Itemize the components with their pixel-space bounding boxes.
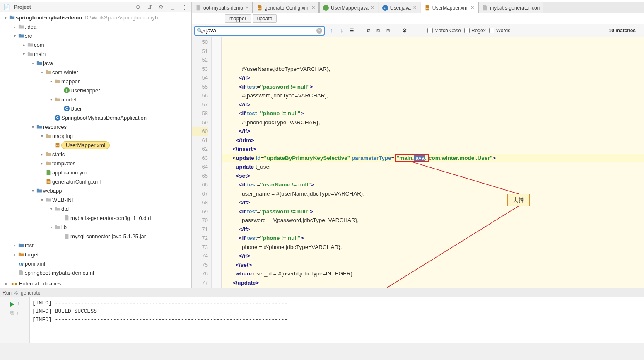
tree-node[interactable]: ▸static bbox=[0, 150, 191, 159]
stop-icon[interactable]: ⎘ bbox=[10, 309, 14, 316]
editor-tab[interactable]: xmlUserMapper.xml✕ bbox=[421, 2, 478, 13]
project-tree[interactable]: ▾springboot-mybatis-demoD:\WorkSpace\spr… bbox=[0, 12, 191, 279]
project-icon: 📄 bbox=[3, 4, 10, 10]
crumb-update[interactable]: update bbox=[253, 14, 277, 23]
tree-node[interactable]: ▾model bbox=[0, 95, 191, 104]
search-input-wrap: 🔍▾ ✕ bbox=[194, 26, 325, 36]
annotation-callout: 去掉 bbox=[507, 194, 530, 206]
select-occurrences-icon[interactable]: ⧇ bbox=[384, 27, 392, 34]
tree-node[interactable]: ▾src bbox=[0, 31, 191, 40]
tree-node[interactable]: mybatis-generator-config_1_0.dtd bbox=[0, 213, 191, 222]
match-case-checkbox[interactable]: Match Case bbox=[427, 28, 461, 34]
tree-node[interactable]: IUserMapper bbox=[0, 86, 191, 95]
svg-text:xml: xml bbox=[56, 144, 59, 147]
editor-tab[interactable]: oot-mybatis-demo✕ bbox=[192, 2, 253, 13]
search-icon: 🔍▾ bbox=[197, 28, 205, 34]
tree-node[interactable]: ▸.idea bbox=[0, 22, 191, 31]
tree-node[interactable]: ▸com bbox=[0, 40, 191, 49]
tree-node[interactable]: mysql-connector-java-5.1.25.jar bbox=[0, 232, 191, 241]
collapse-all-icon[interactable]: ⇵ bbox=[146, 3, 153, 11]
close-tab-icon[interactable]: ✕ bbox=[245, 5, 249, 10]
svg-text:xml: xml bbox=[426, 7, 429, 9]
editor-panel: oot-mybatis-demo✕xmlgeneratorConfig.xml✕… bbox=[192, 2, 644, 288]
editor-tabs: oot-mybatis-demo✕xmlgeneratorConfig.xml✕… bbox=[192, 2, 644, 13]
tree-node[interactable]: ▸templates bbox=[0, 159, 191, 168]
run-tool-tab[interactable]: Run ✲ generator bbox=[0, 288, 644, 297]
tree-root[interactable]: ▾springboot-mybatis-demoD:\WorkSpace\spr… bbox=[0, 13, 191, 22]
tree-node[interactable]: xmlgeneratorConfig.xml bbox=[0, 177, 191, 186]
crumb-mapper[interactable]: mapper bbox=[225, 14, 251, 23]
select-all-icon[interactable]: ☰ bbox=[348, 27, 355, 34]
project-header: 📄 Project ⊙ ⇵ ⚙ ⎯ ⋮ bbox=[0, 2, 191, 12]
tree-node[interactable]: ▾resources bbox=[0, 122, 191, 131]
tree-node[interactable]: CUser bbox=[0, 104, 191, 113]
code-area: 5051525354555657585960616263646566676869… bbox=[192, 37, 644, 288]
next-match-icon[interactable]: ↓ bbox=[338, 27, 345, 34]
tree-node[interactable]: mpom.xml bbox=[0, 259, 191, 268]
run-tool-window: ▶ ↑ ⎘ ↓ [INFO] -------------------------… bbox=[0, 297, 644, 343]
words-checkbox[interactable]: Words bbox=[489, 28, 510, 34]
svg-text:xml: xml bbox=[47, 181, 50, 183]
editor-tab[interactable]: IUserMapper.java✕ bbox=[319, 2, 378, 13]
tree-node[interactable]: ▾java bbox=[0, 58, 191, 68]
tree-node[interactable]: application.yml bbox=[0, 168, 191, 177]
line-gutter[interactable]: 5051525354555657585960616263646566676869… bbox=[192, 37, 212, 288]
close-tab-icon[interactable]: ✕ bbox=[470, 5, 474, 10]
project-title: Project bbox=[14, 4, 31, 10]
tree-node[interactable]: ▾main bbox=[0, 49, 191, 58]
tree-node[interactable]: ▸test bbox=[0, 241, 191, 250]
rerun-icon[interactable]: ▶ bbox=[10, 300, 14, 308]
tree-node[interactable]: ▸target bbox=[0, 250, 191, 259]
up-stack-icon[interactable]: ↑ bbox=[17, 300, 20, 308]
down-stack-icon[interactable]: ↓ bbox=[16, 309, 19, 316]
project-tool-window: 📄 Project ⊙ ⇵ ⚙ ⎯ ⋮ ▾springboot-mybatis-… bbox=[0, 2, 192, 288]
tree-node[interactable]: ▾webapp bbox=[0, 186, 191, 195]
run-action-gutter: ▶ ↑ ⎘ ↓ bbox=[0, 297, 30, 343]
tree-node[interactable]: xmlUserMapper.xml bbox=[0, 140, 191, 150]
prev-match-icon[interactable]: ↑ bbox=[328, 27, 335, 34]
editor-tab[interactable]: xmlgeneratorConfig.xml✕ bbox=[253, 2, 319, 13]
close-tab-icon[interactable]: ✕ bbox=[413, 5, 417, 10]
run-console-output[interactable]: [INFO] ---------------------------------… bbox=[30, 297, 644, 343]
external-libraries-node[interactable]: ▸ ∎∎ External Libraries bbox=[0, 279, 191, 288]
more-icon[interactable]: ⋮ bbox=[181, 3, 188, 11]
tree-node[interactable]: ▾mapper bbox=[0, 77, 191, 86]
match-count: 10 matches bbox=[609, 28, 636, 34]
find-bar: 🔍▾ ✕ ↑ ↓ ☰ ⧉ ⧈ ⧇ ⚙ Match Case Regex Word… bbox=[192, 24, 644, 37]
add-selection-icon[interactable]: ⧉ bbox=[364, 27, 372, 34]
search-input[interactable] bbox=[206, 27, 316, 34]
editor-breadcrumbs: mapper update bbox=[192, 13, 644, 24]
editor-tab[interactable]: CUser.java✕ bbox=[379, 2, 420, 13]
close-tab-icon[interactable]: ✕ bbox=[311, 5, 315, 10]
tree-node[interactable]: ▾dtd bbox=[0, 204, 191, 213]
remove-selection-icon[interactable]: ⧈ bbox=[374, 27, 382, 34]
hide-icon[interactable]: ⎯ bbox=[169, 3, 176, 11]
tree-node[interactable]: springboot-mybatis-demo.iml bbox=[0, 268, 191, 277]
settings-gear-icon[interactable]: ⚙ bbox=[157, 3, 165, 11]
clear-search-icon[interactable]: ✕ bbox=[316, 28, 322, 34]
close-tab-icon[interactable]: ✕ bbox=[371, 5, 374, 10]
editor-tab[interactable]: mybatis-generator-con bbox=[478, 2, 543, 13]
fold-strip[interactable] bbox=[212, 37, 222, 288]
filter-settings-icon[interactable]: ⚙ bbox=[401, 27, 408, 34]
svg-text:xml: xml bbox=[258, 7, 261, 9]
tree-node[interactable]: ▾com.winter bbox=[0, 68, 191, 77]
code-editor[interactable]: #{userName,jdbcType=VARCHAR}, </if> <if … bbox=[222, 37, 644, 288]
tree-node[interactable]: ▾mapping bbox=[0, 131, 191, 140]
tree-node[interactable]: ▾WEB-INF bbox=[0, 195, 191, 204]
regex-checkbox[interactable]: Regex bbox=[464, 28, 486, 34]
tree-node[interactable]: CSpringbootMybatisDemoApplication bbox=[0, 113, 191, 122]
tree-node[interactable]: ▾lib bbox=[0, 222, 191, 232]
scroll-from-source-icon[interactable]: ⊙ bbox=[134, 3, 142, 11]
